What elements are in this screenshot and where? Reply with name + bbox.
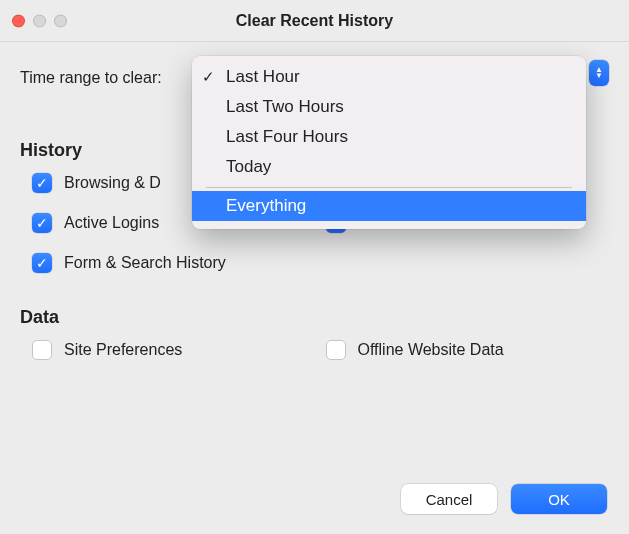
checkbox-label: Form & Search History	[64, 254, 226, 272]
zoom-window-button	[54, 14, 67, 27]
close-window-button[interactable]	[12, 14, 25, 27]
dropdown-item-today[interactable]: Today	[192, 152, 586, 182]
dropdown-item-label: Last Four Hours	[226, 127, 348, 147]
dropdown-item-last-two-hours[interactable]: Last Two Hours	[192, 92, 586, 122]
time-range-select-stepper[interactable]: ▲ ▼	[589, 60, 609, 86]
traffic-lights	[12, 14, 67, 27]
dropdown-item-label: Today	[226, 157, 271, 177]
time-range-label: Time range to clear:	[20, 69, 162, 87]
dropdown-item-label: Last Hour	[226, 67, 300, 87]
checkbox-label: Browsing & D	[64, 174, 161, 192]
checkbox-site-preferences[interactable]	[32, 340, 52, 360]
checkbox-browsing[interactable]: ✓	[32, 173, 52, 193]
dropdown-item-label: Last Two Hours	[226, 97, 344, 117]
checkbox-label: Offline Website Data	[358, 341, 504, 359]
data-grid: Site Preferences Offline Website Data	[20, 340, 609, 360]
data-section-title: Data	[20, 307, 609, 328]
checkbox-offline-data[interactable]	[326, 340, 346, 360]
checkbox-row-form-search: ✓ Form & Search History	[32, 253, 609, 273]
checkbox-row-site-preferences: Site Preferences	[32, 340, 316, 360]
dropdown-separator	[206, 187, 572, 188]
time-range-dropdown[interactable]: ✓ Last Hour Last Two Hours Last Four Hou…	[192, 56, 586, 229]
checkbox-label: Site Preferences	[64, 341, 182, 359]
check-icon: ✓	[202, 68, 215, 86]
dropdown-item-last-hour[interactable]: ✓ Last Hour	[192, 62, 586, 92]
check-icon: ✓	[36, 175, 48, 191]
checkbox-form-search[interactable]: ✓	[32, 253, 52, 273]
cancel-button[interactable]: Cancel	[401, 484, 497, 514]
checkbox-row-offline-data: Offline Website Data	[326, 340, 610, 360]
check-icon: ✓	[36, 215, 48, 231]
check-icon: ✓	[36, 255, 48, 271]
checkbox-active-logins[interactable]: ✓	[32, 213, 52, 233]
window-titlebar: Clear Recent History	[0, 0, 629, 42]
ok-button[interactable]: OK	[511, 484, 607, 514]
chevron-down-icon: ▼	[595, 73, 603, 79]
checkbox-label: Active Logins	[64, 214, 159, 232]
dropdown-item-last-four-hours[interactable]: Last Four Hours	[192, 122, 586, 152]
minimize-window-button	[33, 14, 46, 27]
dropdown-item-everything[interactable]: Everything	[192, 191, 586, 221]
dialog-content: Time range to clear: ▲ ▼ ✓ Last Hour Las…	[0, 42, 629, 360]
window-title: Clear Recent History	[0, 12, 629, 30]
dropdown-item-label: Everything	[226, 196, 306, 216]
dialog-buttons: Cancel OK	[401, 484, 607, 514]
